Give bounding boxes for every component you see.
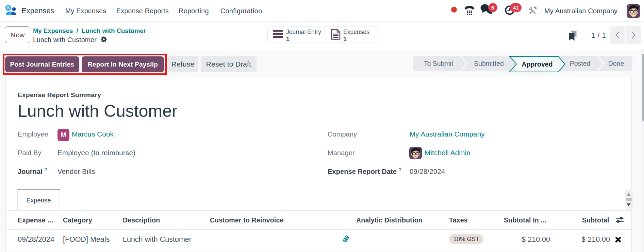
svg-text:Submitted: Submitted (474, 60, 504, 67)
svg-text:To Submit: To Submit (424, 60, 453, 67)
svg-text:Done: Done (608, 60, 624, 67)
svg-text:S: S (7, 5, 10, 10)
svg-text:Approved: Approved (522, 60, 552, 68)
svg-text:Posted: Posted (570, 60, 591, 67)
